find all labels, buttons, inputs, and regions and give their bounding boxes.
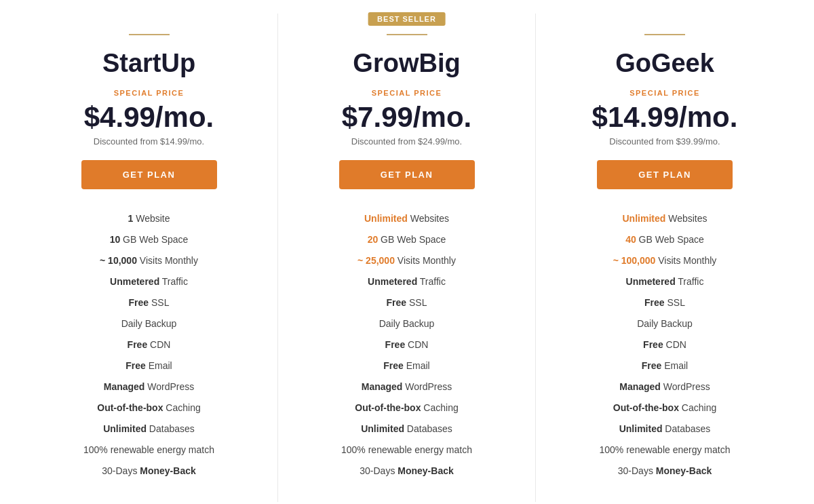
feature-item: 40 GB Web Space — [563, 229, 767, 250]
special-price-label: SPECIAL PRICE — [372, 89, 442, 97]
feature-item: Unmetered Traffic — [563, 271, 767, 292]
feature-item: Managed WordPress — [563, 376, 767, 398]
feature-item: Free SSL — [47, 292, 250, 313]
features-list: Unlimited Websites40 GB Web Space~ 100,0… — [563, 208, 767, 482]
plan-name: GrowBig — [353, 49, 460, 78]
feature-item: Free SSL — [305, 292, 508, 313]
feature-item: 10 GB Web Space — [47, 229, 250, 250]
feature-item: Free Email — [47, 355, 250, 376]
plan-top-line — [129, 34, 170, 35]
feature-item: Managed WordPress — [47, 376, 250, 398]
feature-item: 30-Days Money-Back — [47, 461, 250, 482]
plan-name: StartUp — [102, 49, 195, 78]
feature-item: Unlimited Databases — [563, 419, 767, 440]
feature-item: Unlimited Websites — [563, 208, 767, 229]
feature-item: Out-of-the-box Caching — [305, 398, 508, 419]
feature-item: Free CDN — [305, 334, 508, 355]
feature-item: ~ 100,000 Visits Monthly — [563, 250, 767, 271]
feature-item: 100% renewable energy match — [47, 440, 250, 461]
discounted-from: Discounted from $39.99/mo. — [609, 136, 720, 147]
pricing-container: StartUpSPECIAL PRICE$4.99/mo.Discounted … — [0, 0, 814, 504]
get-plan-button[interactable]: GET PLAN — [81, 160, 217, 189]
special-price-label: SPECIAL PRICE — [114, 89, 185, 97]
get-plan-button[interactable]: GET PLAN — [597, 160, 733, 189]
feature-item: Unmetered Traffic — [305, 271, 508, 292]
feature-item: Out-of-the-box Caching — [563, 398, 767, 419]
feature-item: 30-Days Money-Back — [563, 461, 767, 482]
features-list: 1 Website10 GB Web Space~ 10,000 Visits … — [47, 208, 250, 482]
feature-item: Daily Backup — [305, 313, 508, 334]
feature-item: Daily Backup — [47, 313, 250, 334]
feature-item: Unlimited Websites — [305, 208, 508, 229]
feature-item: Free Email — [305, 355, 508, 376]
discounted-from: Discounted from $14.99/mo. — [94, 136, 204, 147]
best-seller-badge: BEST SELLER — [368, 12, 446, 26]
feature-item: Daily Backup — [563, 313, 767, 334]
plan-name: GoGeek — [615, 49, 714, 78]
discounted-from: Discounted from $24.99/mo. — [351, 136, 462, 147]
feature-item: Unlimited Databases — [305, 419, 508, 440]
features-list: Unlimited Websites20 GB Web Space~ 25,00… — [305, 208, 508, 482]
plan-price: $4.99/mo. — [84, 101, 214, 134]
feature-item: Free CDN — [47, 334, 250, 355]
feature-item: Managed WordPress — [305, 376, 508, 398]
plan-price: $14.99/mo. — [592, 101, 738, 134]
special-price-label: SPECIAL PRICE — [629, 89, 700, 97]
plan-price: $7.99/mo. — [342, 101, 471, 134]
feature-item: Unmetered Traffic — [47, 271, 250, 292]
plan-card-growbig: BEST SELLERGrowBigSPECIAL PRICE$7.99/mo.… — [278, 14, 536, 502]
feature-item: ~ 10,000 Visits Monthly — [47, 250, 250, 271]
feature-item: Free SSL — [563, 292, 767, 313]
plan-top-line — [644, 34, 685, 35]
get-plan-button[interactable]: GET PLAN — [339, 160, 475, 189]
feature-item: 30-Days Money-Back — [305, 461, 508, 482]
feature-item: 1 Website — [47, 208, 250, 229]
feature-item: 20 GB Web Space — [305, 229, 508, 250]
feature-item: 100% renewable energy match — [305, 440, 508, 461]
feature-item: Unlimited Databases — [47, 419, 250, 440]
plan-top-line — [387, 34, 427, 35]
feature-item: ~ 25,000 Visits Monthly — [305, 250, 508, 271]
plan-card-startup: StartUpSPECIAL PRICE$4.99/mo.Discounted … — [20, 14, 278, 502]
feature-item: 100% renewable energy match — [563, 440, 767, 461]
feature-item: Free Email — [563, 355, 767, 376]
feature-item: Out-of-the-box Caching — [47, 398, 250, 419]
plan-card-gogeek: GoGeekSPECIAL PRICE$14.99/mo.Discounted … — [536, 14, 794, 502]
feature-item: Free CDN — [563, 334, 767, 355]
